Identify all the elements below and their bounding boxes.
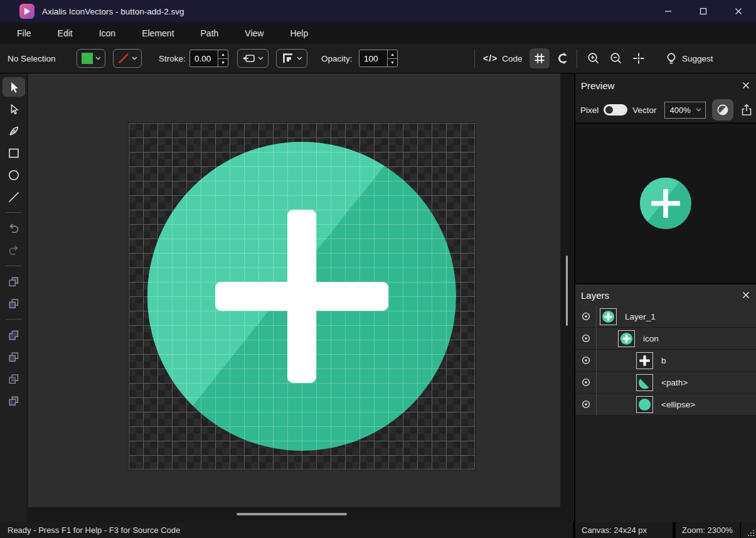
visibility-eye-icon[interactable] [575, 399, 596, 410]
undo-button[interactable] [3, 218, 25, 238]
minimize-button[interactable] [651, 0, 686, 23]
chevron-down-icon [297, 56, 302, 60]
layer-row[interactable]: <path> [575, 372, 756, 394]
intersect-button[interactable] [3, 369, 25, 389]
pixel-vector-toggle[interactable] [604, 104, 627, 116]
layer-label: <path> [661, 378, 688, 387]
resize-grip[interactable] [741, 522, 756, 538]
suggest-button[interactable]: Suggest [665, 44, 713, 73]
stroke-width-up-icon[interactable]: ▲ [218, 50, 228, 59]
close-icon[interactable] [742, 82, 750, 89]
zoom-fit-button[interactable] [629, 48, 649, 68]
opacity-up-icon[interactable]: ▲ [388, 50, 397, 59]
vertical-scrollbar-thumb[interactable] [566, 256, 568, 326]
stroke-width-stepper[interactable]: 0.00 ▲ ▼ [189, 50, 228, 67]
menu-file[interactable]: File [8, 23, 40, 44]
layer-row[interactable]: icon [575, 328, 756, 350]
union-button[interactable] [3, 325, 25, 345]
line-icon [7, 190, 21, 204]
pen-tool[interactable] [3, 121, 25, 141]
layer-label: Layer_1 [625, 312, 656, 321]
layer-row[interactable]: <ellipse> [575, 394, 756, 416]
grid-icon [533, 52, 546, 65]
layer-row[interactable]: Layer_1 [575, 306, 756, 328]
layer-thumbnail [636, 352, 653, 369]
vector-mode-label[interactable]: Vector [632, 105, 656, 115]
stroke-join-icon [281, 51, 295, 65]
lightbulb-icon [665, 51, 678, 65]
opacity-down-icon[interactable]: ▼ [388, 59, 397, 67]
toolbar-separator [577, 49, 577, 68]
visibility-eye-icon[interactable] [575, 355, 596, 366]
horizontal-scrollbar[interactable] [28, 507, 560, 522]
direct-select-tool[interactable] [3, 99, 25, 119]
layer-thumbnail [636, 374, 653, 391]
chevron-down-icon [132, 56, 137, 60]
visibility-eye-icon[interactable] [575, 333, 596, 344]
canvas-viewport[interactable] [28, 73, 560, 507]
subtract-button[interactable] [3, 347, 25, 367]
vertical-scrollbar[interactable] [560, 73, 574, 522]
preview-zoom-select[interactable]: 400% [664, 102, 706, 119]
layer-thumbnail [618, 330, 635, 347]
horizontal-scrollbar-thumb[interactable] [237, 513, 347, 515]
maximize-button[interactable] [686, 0, 721, 23]
preview-background-toggle[interactable] [712, 99, 733, 121]
rectangle-tool[interactable] [3, 143, 25, 163]
menu-path[interactable]: Path [192, 23, 228, 44]
export-button[interactable] [740, 103, 753, 117]
stroke-width-down-icon[interactable]: ▼ [218, 59, 228, 67]
preview-image [637, 175, 695, 232]
close-button[interactable] [721, 0, 756, 23]
titlebar: Axialis IconVectors - button-add-2.svg [0, 0, 756, 23]
redo-button[interactable] [3, 240, 25, 260]
layer-row[interactable]: b [575, 350, 756, 372]
stroke-color-dropdown[interactable] [113, 49, 142, 68]
layer-label: icon [643, 334, 659, 343]
artboard[interactable] [129, 123, 475, 470]
pixel-grid-overlay [129, 123, 475, 470]
exclude-button[interactable] [3, 391, 25, 411]
toolbar: No Selection Stroke: 0.00 ▲ [0, 44, 756, 73]
menu-help[interactable]: Help [281, 23, 317, 44]
close-icon[interactable] [742, 291, 750, 299]
zoom-in-button[interactable] [583, 48, 604, 68]
menu-icon[interactable]: Icon [90, 23, 124, 44]
tool-separator [6, 212, 22, 213]
send-backward-button[interactable] [3, 294, 25, 313]
status-message: Ready - Press F1 for Help - F3 for Sourc… [0, 522, 573, 538]
fill-color-dropdown[interactable] [77, 49, 105, 68]
app-window: Axialis IconVectors - button-add-2.svg F… [0, 0, 756, 538]
pixel-mode-label[interactable]: Pixel [580, 105, 599, 115]
rectangle-icon [7, 146, 21, 160]
menu-edit[interactable]: Edit [49, 23, 82, 44]
line-tool[interactable] [3, 187, 25, 207]
ellipse-tool[interactable] [3, 165, 25, 185]
grid-toggle-button[interactable] [530, 48, 550, 68]
bring-forward-button[interactable] [3, 272, 25, 291]
chevron-down-icon [696, 108, 701, 112]
preview-title: Preview [581, 80, 614, 91]
stroke-style-dropdown[interactable] [237, 49, 269, 68]
menu-view[interactable]: View [236, 23, 272, 44]
snap-button[interactable] [552, 48, 572, 68]
union-icon [7, 328, 21, 342]
visibility-eye-icon[interactable] [575, 311, 596, 322]
select-tool[interactable] [3, 77, 25, 97]
status-zoom-level: Zoom: 2300% [676, 522, 740, 538]
preview-zoom-value: 400% [670, 105, 691, 115]
stroke-style-icon [242, 51, 256, 65]
layer-label: <ellipse> [661, 400, 695, 409]
center-view-icon [632, 51, 646, 65]
code-button[interactable]: </> Code [483, 44, 523, 73]
menu-element[interactable]: Element [133, 23, 183, 44]
menubar: File Edit Icon Element Path View Help [0, 23, 756, 44]
select-arrow-icon [7, 80, 21, 94]
exclude-icon [7, 394, 21, 408]
tool-separator [6, 319, 22, 320]
zoom-out-button[interactable] [606, 48, 626, 68]
opacity-stepper[interactable]: 100 ▲ ▼ [359, 50, 398, 67]
visibility-eye-icon[interactable] [575, 377, 596, 388]
stroke-join-dropdown[interactable] [276, 49, 307, 68]
preview-viewport [575, 122, 756, 284]
